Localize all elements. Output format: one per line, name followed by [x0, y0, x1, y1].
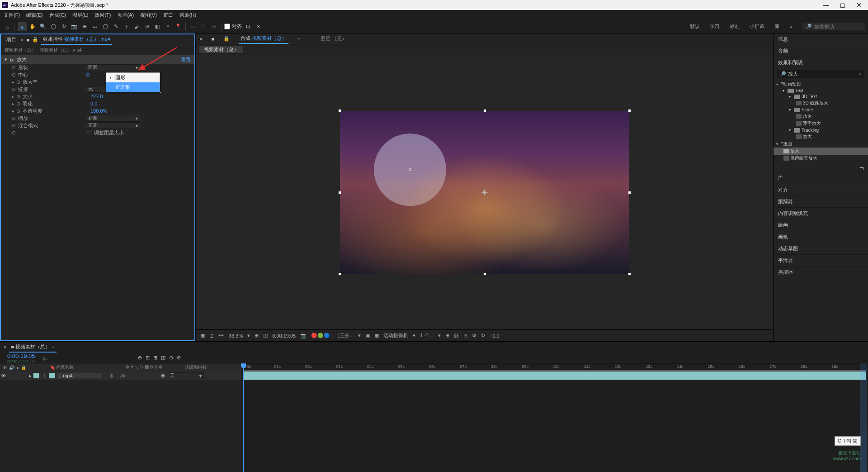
help-search[interactable]: 🔎 [802, 23, 865, 30]
anchor-point-icon[interactable] [481, 189, 488, 195]
snap-toggle[interactable]: 对齐 [224, 23, 242, 30]
exposure-value[interactable]: +0.0 [490, 333, 500, 339]
stopwatch-icon[interactable]: ⊙ [16, 101, 23, 107]
preset-3d-linear-mag[interactable]: 3D 线性放大 [774, 100, 868, 107]
menu-layer[interactable]: 图层(L) [72, 12, 88, 19]
tree-anim-presets[interactable]: ▾*动画预设 [774, 81, 868, 88]
parent-select[interactable]: 无▾ [168, 372, 204, 379]
mask-icon[interactable]: ◻ [209, 333, 213, 339]
transparency-icon[interactable]: ▦ [374, 333, 379, 339]
panel-effects-presets[interactable]: 效果和预设 [774, 57, 868, 68]
handle-bl[interactable] [338, 272, 341, 276]
panel-align[interactable]: 对齐 [774, 184, 868, 195]
panel-smoother[interactable]: 平滑器 [774, 255, 868, 266]
window-maximize[interactable]: ◻ [840, 1, 845, 9]
expand-arrow-icon[interactable]: ▸ [12, 79, 16, 85]
tab-composition[interactable]: 合成 视频素材（总） [239, 33, 288, 44]
layer-row-1[interactable]: 👁 ▸ 1 ...mp4 ⊛ /fx ⊚ 无▾ [0, 372, 241, 380]
resolution-icon[interactable]: ⊞ [255, 333, 259, 339]
puppet-tool[interactable]: 📍 [174, 22, 183, 31]
tab-menu-icon[interactable]: ≡ [297, 36, 300, 42]
handle-ml[interactable] [338, 191, 341, 194]
timeline-graph[interactable]: :00s01s02s03s04s05s06s07s08s09s10s11s12s… [241, 363, 868, 472]
rotate-tool[interactable]: ↻ [59, 22, 68, 31]
tab-icon-1[interactable]: × [21, 37, 24, 43]
handle-mr[interactable] [628, 191, 631, 194]
feather-value[interactable]: 0.0 [90, 101, 97, 106]
tab-lock-icon[interactable]: 🔒 [32, 37, 38, 43]
effect-center-marker[interactable] [409, 168, 411, 171]
camera-tool[interactable]: 📷 [70, 22, 79, 31]
size-value[interactable]: 227.0 [90, 94, 103, 99]
preset-char-mag[interactable]: 逐字放大 [774, 120, 868, 127]
stopwatch-icon[interactable]: ⊙ [12, 72, 18, 78]
expand-arrow-icon[interactable]: ▸ [12, 94, 16, 100]
preset-tracking-mag[interactable]: 放大 [774, 133, 868, 140]
preset-detail-mag[interactable]: 保留细节放大 [774, 155, 868, 162]
tl-icon-1[interactable]: ⊕ [138, 355, 142, 361]
option-square[interactable]: 正方形 [106, 82, 160, 92]
comp-tab-icon-2[interactable]: ■ [211, 36, 214, 42]
clear-search-icon[interactable]: × [859, 72, 862, 77]
selection-tool[interactable]: ▲ [18, 22, 27, 31]
effects-search-input[interactable] [788, 72, 857, 77]
panel-motion-sketch[interactable]: 动态草图 [774, 243, 868, 254]
new-bin-icon[interactable]: 🗀 [859, 166, 864, 171]
preset-distort-mag[interactable]: 放大 [774, 148, 868, 155]
layer-name[interactable]: ...mp4 [57, 373, 102, 378]
vf-icon-3[interactable]: ⊡ [463, 333, 467, 339]
preset-scale-mag[interactable]: 放大 [774, 113, 868, 120]
handle-br[interactable] [628, 272, 631, 276]
tl-icon-3[interactable]: ⊞ [153, 355, 157, 361]
type-tool[interactable]: T [122, 22, 131, 31]
layer-color[interactable] [33, 373, 39, 378]
shape-tool-1[interactable]: ▭ [189, 22, 198, 31]
panel-tracker[interactable]: 跟踪器 [774, 196, 868, 207]
workspace-default[interactable]: 默认 [690, 23, 700, 30]
handle-tm[interactable] [483, 109, 486, 112]
snap-opt-1[interactable]: ⊡ [243, 22, 252, 31]
shape-tool-2[interactable]: ⬠ [199, 22, 208, 31]
col-solo-icon[interactable]: ● [16, 365, 19, 370]
tl-icon-2[interactable]: ⊡ [146, 355, 150, 361]
window-minimize[interactable]: — [823, 1, 829, 9]
channel-icon[interactable]: 🔴🟢🔵 [311, 333, 330, 339]
handle-tr[interactable] [628, 109, 631, 112]
menu-composition[interactable]: 合成(C) [49, 12, 66, 19]
workspace-more[interactable]: » [789, 24, 792, 29]
comp-lock-icon[interactable]: 🔒 [223, 36, 230, 42]
hand-tool[interactable]: ✋ [28, 22, 37, 31]
workspace-learn[interactable]: 学习 [710, 23, 720, 30]
current-time[interactable]: 0:00:19:05 00480 (25.00 fps) [0, 353, 43, 363]
layer-visibility[interactable]: 👁 [0, 373, 7, 378]
effect-reset[interactable]: 重置 [181, 56, 191, 63]
glasses-icon[interactable]: 👓 [218, 333, 224, 339]
pen-tool[interactable]: ✎ [111, 22, 120, 31]
tree-distort[interactable]: ▾*扭曲 [774, 140, 868, 148]
tree-tracking[interactable]: ▾Tracking [774, 127, 868, 133]
opacity-value[interactable]: 100.0% [90, 108, 107, 114]
panel-info[interactable]: 信息 [774, 33, 868, 45]
menu-animation[interactable]: 动画(A) [118, 12, 134, 19]
panel-content-fill[interactable]: 内容识别填充 [774, 208, 868, 219]
timecode-display[interactable]: 0:00:19:05 [272, 333, 296, 339]
workspace-standard[interactable]: 标准 [730, 23, 740, 30]
snapshot-icon[interactable]: 📷 [300, 333, 307, 339]
tab-effect-controls[interactable]: 效果控件 视频素材（总）.mp4 [41, 34, 112, 45]
tab-project[interactable]: 项目 [5, 35, 18, 44]
effect-header[interactable]: ▾ fx 放大 重置 [1, 55, 194, 64]
tree-3d-text[interactable]: ▾3D Text [774, 94, 868, 100]
col-lock-icon[interactable]: 🔒 [21, 365, 26, 370]
window-close[interactable]: ✕ [856, 1, 862, 9]
clone-tool[interactable]: ⊛ [142, 22, 151, 31]
home-icon[interactable]: ⌂ [3, 22, 12, 31]
help-search-input[interactable] [814, 24, 862, 29]
timecode-icon[interactable]: ◫ [263, 333, 268, 339]
menu-window[interactable]: 窗口 [163, 12, 173, 19]
rect-tool[interactable]: ▭ [90, 22, 99, 31]
scaling-dropdown[interactable]: 标准▾ [86, 115, 140, 122]
layer-switches[interactable]: ⊛ [102, 373, 120, 379]
stopwatch-icon[interactable]: ⊙ [16, 94, 23, 100]
menu-help[interactable]: 帮助(H) [179, 12, 196, 19]
comp-breadcrumb[interactable]: 视频素材（总） [199, 46, 243, 53]
